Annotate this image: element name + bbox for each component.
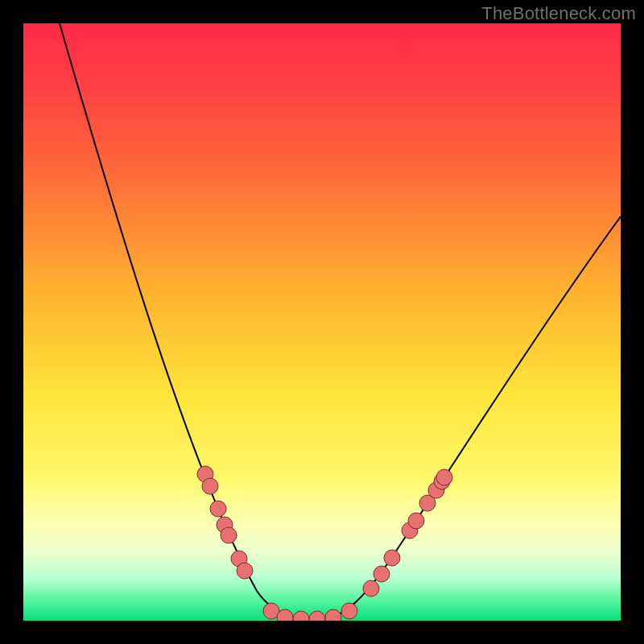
data-marker [384,550,400,566]
data-marker [408,513,424,529]
data-marker [363,580,379,597]
data-marker [221,527,237,543]
chart-frame [23,23,621,621]
data-marker [210,501,226,517]
data-marker [325,609,341,621]
data-marker [374,566,390,582]
data-marker [237,563,253,579]
data-marker [202,478,218,494]
data-marker [341,603,357,619]
data-marker [436,469,452,485]
curve-markers [197,466,452,621]
bottleneck-curve [60,23,621,619]
chart-svg [23,23,621,621]
watermark-text: TheBottleneck.com [481,3,636,24]
data-marker [309,611,325,621]
data-marker [293,611,309,621]
